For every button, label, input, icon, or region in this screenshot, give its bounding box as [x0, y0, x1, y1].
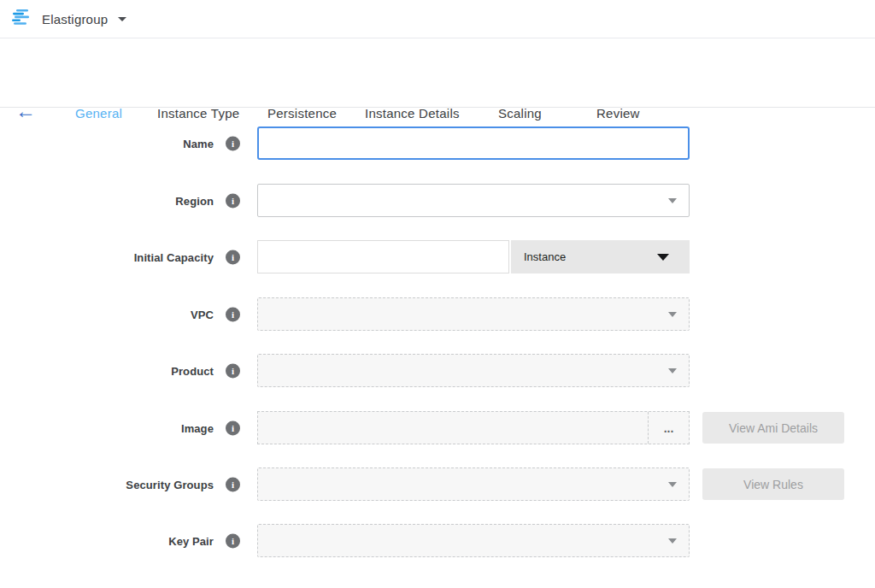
- name-input[interactable]: [257, 126, 690, 160]
- name-label: Name: [0, 137, 214, 150]
- info-icon[interactable]: i: [226, 533, 240, 548]
- caret-down-icon: [668, 538, 677, 544]
- caret-down-icon: [668, 368, 677, 373]
- elastigroup-logo-icon: [12, 9, 34, 29]
- initial-capacity-label: Initial Capacity: [0, 250, 214, 263]
- info-icon[interactable]: i: [226, 307, 240, 321]
- form-row-region: Region i: [0, 184, 875, 217]
- app-header: Elastigroup: [0, 0, 875, 38]
- form-row-vpc: VPC i: [0, 297, 875, 331]
- security-groups-label: Security Groups: [0, 478, 214, 491]
- image-label: Image: [0, 421, 214, 434]
- wizard-tabbar: ← General Instance Type Persistence Inst…: [0, 39, 875, 108]
- caret-down-icon: [118, 17, 126, 21]
- product-select[interactable]: [257, 354, 690, 387]
- info-icon[interactable]: i: [226, 477, 240, 491]
- info-icon[interactable]: i: [226, 250, 240, 264]
- form-row-key-pair: Key Pair i: [0, 524, 875, 557]
- app-title: Elastigroup: [42, 12, 108, 26]
- view-ami-details-button[interactable]: View Ami Details: [702, 412, 844, 444]
- elastigroup-create-page: Elastigroup ← General Instance Type Pers…: [0, 0, 875, 588]
- key-pair-label: Key Pair: [0, 534, 214, 547]
- image-picker[interactable]: ...: [257, 411, 690, 444]
- capacity-unit-value: Instance: [524, 250, 566, 263]
- caret-down-icon: [668, 482, 677, 487]
- view-rules-button[interactable]: View Rules: [702, 468, 844, 500]
- capacity-unit-select[interactable]: Instance: [511, 240, 690, 273]
- vpc-label: VPC: [0, 308, 214, 320]
- initial-capacity-input[interactable]: [257, 240, 509, 273]
- form-row-product: Product i: [0, 354, 875, 387]
- product-label: Product: [0, 364, 214, 377]
- info-icon[interactable]: i: [226, 136, 240, 150]
- product-switcher[interactable]: Elastigroup: [12, 9, 126, 29]
- form-row-initial-capacity: Initial Capacity i Instance: [0, 240, 875, 273]
- info-icon[interactable]: i: [226, 363, 240, 378]
- general-settings-form: Name i Region i Initial Capacity i In: [0, 109, 875, 588]
- vpc-select[interactable]: [257, 297, 690, 331]
- caret-down-icon: [657, 254, 669, 261]
- region-label: Region: [0, 194, 214, 207]
- region-select[interactable]: [257, 184, 690, 217]
- caret-down-icon: [668, 312, 677, 317]
- info-icon[interactable]: i: [226, 420, 240, 435]
- form-row-name: Name i: [0, 126, 875, 160]
- caret-down-icon: [668, 198, 677, 203]
- info-icon[interactable]: i: [226, 193, 240, 208]
- browse-ellipsis-button[interactable]: ...: [648, 412, 689, 444]
- key-pair-select[interactable]: [257, 524, 690, 557]
- security-groups-select[interactable]: [257, 467, 690, 501]
